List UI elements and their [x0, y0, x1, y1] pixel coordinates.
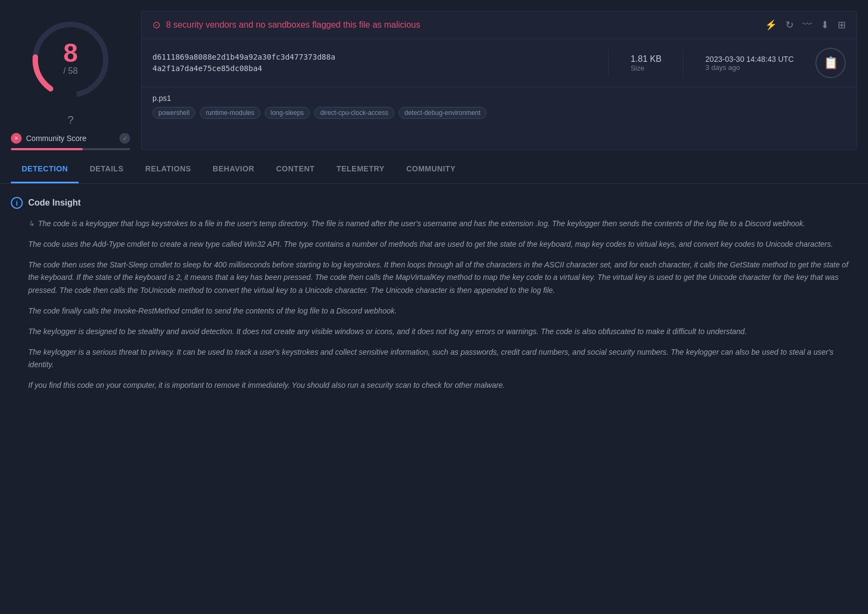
- nav-tab-detection[interactable]: DETECTION: [11, 156, 79, 183]
- waves-icon[interactable]: 〰: [802, 19, 812, 31]
- insight-paragraph-5: The keylogger is a serious threat to pri…: [28, 346, 857, 372]
- nav-tab-content[interactable]: CONTENT: [265, 156, 326, 183]
- alert-text: 8 security vendors and no sandboxes flag…: [166, 20, 420, 30]
- insight-paragraph-6: If you find this code on your computer, …: [28, 379, 857, 392]
- community-score-bar: × Community Score ✓: [11, 131, 130, 146]
- alert-left: ⊙ 8 security vendors and no sandboxes fl…: [152, 19, 420, 31]
- hash-value-2: 4a2f1a7da4e75ce85dc08ba4: [152, 63, 597, 74]
- insight-paragraph-4: The keylogger is designed to be stealthy…: [28, 325, 857, 338]
- tag: powershell: [152, 107, 195, 119]
- score-total: / 58: [63, 66, 78, 76]
- nav-tab-telemetry[interactable]: TELEMETRY: [326, 156, 395, 183]
- tags-row: powershellruntime-moduleslong-sleepsdire…: [152, 107, 846, 119]
- nav-tab-community[interactable]: COMMUNITY: [395, 156, 467, 183]
- score-panel: 8 / 58 ? × Community Score ✓: [11, 11, 130, 150]
- file-date-value: 2023-03-30 14:48:43 UTC: [705, 55, 794, 63]
- file-size-label: Size: [630, 64, 661, 72]
- filename: p.ps1: [152, 94, 846, 103]
- alert-bar: ⊙ 8 security vendors and no sandboxes fl…: [142, 11, 857, 39]
- nav-tab-behavior[interactable]: BEHAVIOR: [202, 156, 265, 183]
- file-details-row: d6111869a8088e2d1b49a92a30fc3d477373d88a…: [142, 39, 857, 87]
- file-size-info: 1.81 KB Size: [620, 54, 672, 72]
- divider-1: [608, 49, 609, 76]
- tag: long-sleeps: [265, 107, 310, 119]
- file-info-panel: ⊙ 8 security vendors and no sandboxes fl…: [141, 11, 857, 150]
- insight-paragraph-0: ↳ The code is a keylogger that logs keys…: [28, 218, 857, 231]
- nav-tab-details[interactable]: DETAILS: [79, 156, 134, 183]
- file-date-ago: 3 days ago: [705, 63, 794, 72]
- score-number: 8 / 58: [63, 40, 78, 76]
- filename-tags-row: p.ps1 powershellruntime-moduleslong-slee…: [142, 87, 857, 125]
- community-score-label: Community Score: [26, 134, 115, 143]
- audio-icon[interactable]: ⚡: [765, 19, 777, 31]
- check-icon: ✓: [119, 133, 130, 144]
- copy-icon: 📋: [824, 56, 838, 70]
- code-insight-header: i Code Insight: [11, 197, 857, 209]
- hash-value-1: d6111869a8088e2d1b49a92a30fc3d477373d88a: [152, 52, 597, 63]
- tag: detect-debug-environment: [399, 107, 487, 119]
- insight-content: ↳ The code is a keylogger that logs keys…: [11, 218, 857, 392]
- community-score-progress: [11, 148, 130, 150]
- download-icon[interactable]: ⬇: [821, 19, 829, 31]
- divider-2: [683, 49, 684, 76]
- insight-paragraph-3: The code finally calls the Invoke-RestMe…: [28, 305, 857, 318]
- tag: direct-cpu-clock-access: [314, 107, 394, 119]
- tag: runtime-modules: [200, 107, 260, 119]
- nav-tabs: DETECTIONDETAILSRELATIONSBEHAVIORCONTENT…: [0, 156, 868, 184]
- copy-button[interactable]: 📋: [815, 48, 846, 78]
- score-value: 8: [63, 40, 78, 66]
- alert-actions: ⚡ ↻ 〰 ⬇ ⊞: [765, 19, 846, 31]
- alert-icon: ⊙: [152, 19, 161, 31]
- code-insight-title: Code Insight: [28, 198, 81, 208]
- file-date-info: 2023-03-30 14:48:43 UTC 3 days ago: [694, 55, 805, 72]
- x-icon: ×: [11, 133, 22, 144]
- refresh-icon[interactable]: ↻: [786, 19, 794, 31]
- insight-paragraph-1: The code uses the Add-Type cmdlet to cre…: [28, 238, 857, 251]
- insight-paragraph-2: The code then uses the Start-Sleep cmdle…: [28, 259, 857, 297]
- hash-info: d6111869a8088e2d1b49a92a30fc3d477373d88a…: [152, 52, 597, 74]
- score-circle: 8 / 58: [27, 16, 114, 103]
- qr-icon[interactable]: ⊞: [838, 19, 846, 31]
- file-size-value: 1.81 KB: [630, 54, 661, 64]
- nav-tab-relations[interactable]: RELATIONS: [135, 156, 202, 183]
- info-icon: i: [11, 197, 23, 209]
- arrow-icon: ↳: [28, 218, 35, 231]
- main-content: i Code Insight ↳ The code is a keylogger…: [0, 184, 868, 413]
